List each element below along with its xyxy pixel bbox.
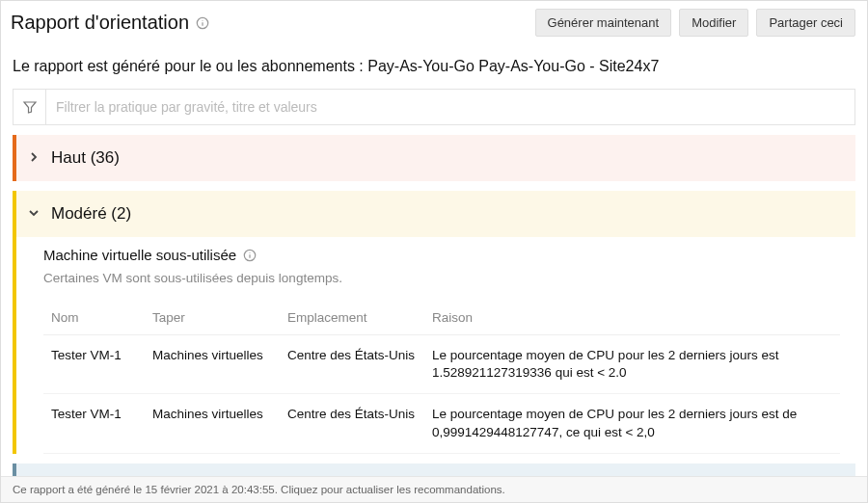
cell-name: Tester VM-1 bbox=[43, 394, 145, 453]
share-button[interactable]: Partager ceci bbox=[756, 9, 855, 37]
info-icon[interactable] bbox=[242, 248, 258, 263]
col-name: Nom bbox=[43, 301, 145, 335]
severity-high-label: Haut (36) bbox=[51, 148, 120, 168]
col-type: Taper bbox=[145, 301, 280, 335]
cell-reason: Le pourcentage moyen de CPU pour les 2 d… bbox=[424, 394, 840, 453]
table-row: Tester VM-1 Machines virtuelles Centre d… bbox=[43, 335, 840, 394]
subsection-title: Machine virtuelle sous-utilisée bbox=[43, 247, 236, 263]
severity-moderate-label: Modéré (2) bbox=[51, 204, 131, 224]
severity-moderate-header[interactable]: Modéré (2) bbox=[16, 191, 855, 237]
page-title: Rapport d'orientation bbox=[11, 12, 189, 34]
filter-bar bbox=[13, 89, 855, 125]
table-row: Tester VM-1 Machines virtuelles Centre d… bbox=[43, 394, 840, 453]
svg-point-5 bbox=[250, 252, 251, 252]
cell-name: Tester VM-1 bbox=[43, 335, 145, 394]
generate-now-button[interactable]: Générer maintenant bbox=[535, 9, 672, 37]
cell-location: Centre des États-Unis bbox=[280, 394, 424, 453]
cell-type: Machines virtuelles bbox=[145, 335, 280, 394]
subscription-subheading: Le rapport est généré pour le ou les abo… bbox=[13, 58, 855, 75]
severity-group-moderate: Modéré (2) Machine virtuelle sous-utilis… bbox=[13, 191, 855, 454]
info-icon[interactable] bbox=[195, 15, 210, 31]
severity-group-high[interactable]: Haut (36) bbox=[13, 135, 855, 181]
subsection-description: Certaines VM sont sous-utilisées depuis … bbox=[43, 271, 840, 285]
cell-location: Centre des États-Unis bbox=[280, 335, 424, 394]
col-reason: Raison bbox=[424, 301, 840, 335]
chevron-down-icon bbox=[28, 207, 41, 221]
svg-point-2 bbox=[203, 19, 203, 20]
vm-table: Nom Taper Emplacement Raison Tester VM-1… bbox=[43, 301, 840, 454]
col-location: Emplacement bbox=[280, 301, 424, 335]
cell-reason: Le pourcentage moyen de CPU pour les 2 d… bbox=[424, 335, 840, 394]
chevron-right-icon bbox=[28, 151, 41, 165]
cell-type: Machines virtuelles bbox=[145, 394, 280, 453]
modify-button[interactable]: Modifier bbox=[679, 9, 748, 37]
filter-input[interactable] bbox=[46, 90, 854, 124]
filter-icon[interactable] bbox=[14, 90, 46, 124]
footer-refresh[interactable]: Ce rapport a été généré le 15 février 20… bbox=[1, 476, 867, 502]
